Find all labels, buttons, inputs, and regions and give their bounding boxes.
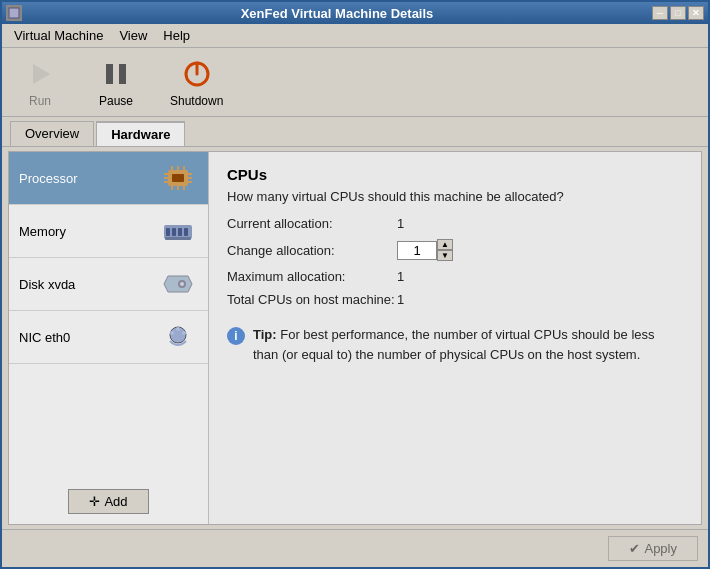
svg-rect-0 — [9, 8, 19, 18]
menu-view[interactable]: View — [111, 26, 155, 45]
add-label: Add — [104, 494, 127, 509]
memory-icon — [158, 213, 198, 249]
bottom-bar: ✔ Apply — [2, 529, 708, 567]
shutdown-button[interactable]: Shutdown — [162, 52, 231, 112]
change-allocation-row: Change allocation: ▲ ▼ — [227, 239, 683, 261]
sidebar-add-area: ✛ Add — [9, 364, 208, 524]
disk-icon — [158, 266, 198, 302]
sidebar-label-processor: Processor — [19, 171, 158, 186]
main-content: Processor — [8, 151, 702, 525]
window-controls: ─ □ ✕ — [652, 6, 704, 20]
current-allocation-value: 1 — [397, 216, 404, 231]
apply-checkmark-icon: ✔ — [629, 541, 640, 556]
current-allocation-row: Current allocation: 1 — [227, 216, 683, 231]
detail-title: CPUs — [227, 166, 683, 183]
menu-help[interactable]: Help — [155, 26, 198, 45]
maximize-button[interactable]: □ — [670, 6, 686, 20]
tip-bold: Tip: — [253, 327, 277, 342]
tip-text: Tip: For best performance, the number of… — [253, 325, 683, 364]
content-wrapper: Virtual Machine View Help Run — [2, 24, 708, 567]
change-allocation-input[interactable] — [397, 241, 437, 260]
shutdown-icon — [179, 56, 215, 92]
run-label: Run — [29, 94, 51, 108]
pause-label: Pause — [99, 94, 133, 108]
menubar: Virtual Machine View Help — [2, 24, 708, 48]
minimize-button[interactable]: ─ — [652, 6, 668, 20]
maximum-allocation-row: Maximum allocation: 1 — [227, 269, 683, 284]
maximum-allocation-value: 1 — [397, 269, 404, 284]
nic-icon — [158, 319, 198, 355]
add-icon: ✛ — [89, 494, 100, 509]
svg-point-28 — [180, 282, 184, 286]
pause-icon — [98, 56, 134, 92]
current-allocation-label: Current allocation: — [227, 216, 397, 231]
sidebar-item-memory[interactable]: Memory — [9, 205, 208, 258]
processor-icon — [158, 160, 198, 196]
svg-rect-22 — [172, 228, 176, 236]
svg-rect-24 — [184, 228, 188, 236]
tip-box: i Tip: For best performance, the number … — [227, 325, 683, 364]
add-button[interactable]: ✛ Add — [68, 489, 148, 514]
spinner-buttons: ▲ ▼ — [437, 239, 453, 261]
sidebar-item-processor[interactable]: Processor — [9, 152, 208, 205]
svg-rect-25 — [165, 237, 191, 240]
shutdown-label: Shutdown — [170, 94, 223, 108]
total-cpus-label: Total CPUs on host machine: — [227, 292, 397, 307]
total-cpus-value: 1 — [397, 292, 404, 307]
run-icon — [22, 56, 58, 92]
close-button[interactable]: ✕ — [688, 6, 704, 20]
sidebar-label-nic: NIC eth0 — [19, 330, 158, 345]
svg-rect-23 — [178, 228, 182, 236]
svg-point-30 — [170, 331, 174, 335]
sidebar-label-memory: Memory — [19, 224, 158, 239]
sidebar-item-nic[interactable]: NIC eth0 — [9, 311, 208, 364]
menu-virtual-machine[interactable]: Virtual Machine — [6, 26, 111, 45]
spinner-up-button[interactable]: ▲ — [437, 239, 453, 250]
change-allocation-label: Change allocation: — [227, 243, 397, 258]
svg-marker-1 — [33, 64, 50, 84]
info-icon: i — [227, 327, 245, 345]
apply-label: Apply — [644, 541, 677, 556]
spinner-down-button[interactable]: ▼ — [437, 250, 453, 261]
run-button[interactable]: Run — [10, 52, 70, 112]
detail-subtitle: How many virtual CPUs should this machin… — [227, 189, 683, 204]
detail-panel: CPUs How many virtual CPUs should this m… — [209, 152, 701, 524]
pause-button[interactable]: Pause — [86, 52, 146, 112]
maximum-allocation-label: Maximum allocation: — [227, 269, 397, 284]
svg-point-32 — [182, 331, 186, 335]
app-icon — [6, 5, 22, 21]
total-cpus-row: Total CPUs on host machine: 1 — [227, 292, 683, 307]
sidebar-item-disk[interactable]: Disk xvda — [9, 258, 208, 311]
tab-hardware[interactable]: Hardware — [96, 121, 185, 146]
window-title: XenFed Virtual Machine Details — [22, 6, 652, 21]
main-window: XenFed Virtual Machine Details ─ □ ✕ Vir… — [0, 0, 710, 569]
svg-rect-2 — [106, 64, 113, 84]
apply-button[interactable]: ✔ Apply — [608, 536, 698, 561]
svg-rect-21 — [166, 228, 170, 236]
titlebar: XenFed Virtual Machine Details ─ □ ✕ — [2, 2, 708, 24]
toolbar: Run Pause Shutdown — [2, 48, 708, 117]
svg-rect-7 — [172, 174, 184, 182]
tabs: Overview Hardware — [2, 117, 708, 147]
svg-point-31 — [176, 327, 180, 331]
tab-overview[interactable]: Overview — [10, 121, 94, 146]
change-allocation-spinner: ▲ ▼ — [397, 239, 453, 261]
sidebar-label-disk: Disk xvda — [19, 277, 158, 292]
svg-rect-3 — [119, 64, 126, 84]
tip-content: For best performance, the number of virt… — [253, 327, 655, 362]
sidebar: Processor — [9, 152, 209, 524]
